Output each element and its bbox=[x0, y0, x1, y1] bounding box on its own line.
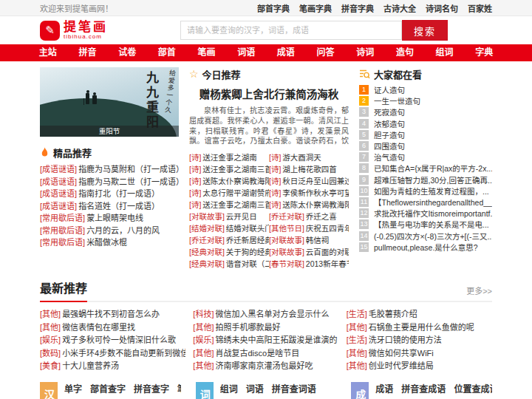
site-logo[interactable]: ✎ 提笔画 tibihua.com bbox=[40, 21, 108, 41]
hot-link[interactable]: 【Theflowersinthegardenallthed__... bbox=[374, 197, 492, 208]
tab[interactable]: 成语 bbox=[375, 382, 393, 395]
tab[interactable]: 词语 bbox=[246, 382, 264, 395]
topbar-link[interactable]: 部首字典 bbox=[257, 2, 290, 14]
latest-item[interactable]: 数码小米手环4步数不能自动更新到微信 bbox=[40, 347, 185, 361]
today-item[interactable]: 诗送汪金事之湖南 bbox=[189, 151, 269, 163]
tab[interactable]: 拼音查成语 bbox=[401, 382, 446, 395]
premium-item[interactable]: 成语谜语指鹿为马欺二世（打一成语） bbox=[40, 176, 179, 188]
latest-item[interactable]: 美食十大儿童营养汤 bbox=[40, 360, 185, 373]
latest-item[interactable]: 其他微信表情包在哪里找 bbox=[40, 321, 185, 335]
latest-item[interactable]: 其他肖战复古disco是啥节目 bbox=[193, 347, 338, 361]
today-item[interactable]: 对联故事云百面的对联乐 bbox=[269, 246, 349, 258]
more-link[interactable]: 更多>> bbox=[466, 284, 492, 296]
latest-item[interactable]: 生活毛胶薯蓣介绍 bbox=[347, 308, 492, 321]
featured-article-title[interactable]: 赠杨紫卿上舍北行兼简汤海秋 bbox=[189, 86, 349, 101]
tab[interactable]: 拼音查字 bbox=[134, 382, 169, 395]
hot-link[interactable]: 浓郁造句 bbox=[374, 118, 405, 129]
latest-item[interactable]: 其他创业时代罗维结局 bbox=[347, 360, 492, 373]
nav-item[interactable]: 主站 bbox=[28, 44, 68, 61]
tab[interactable]: 单字 bbox=[64, 382, 82, 395]
today-item[interactable]: 诗游大酉洞天 bbox=[269, 151, 349, 163]
today-item[interactable]: 诗送陈太仆察谒教海阳二首 bbox=[189, 175, 269, 187]
latest-item[interactable]: 娱乐戏子多秋可怜一处情深旧什么歌 bbox=[40, 334, 185, 347]
today-item[interactable]: 诗送陈太仆察谒教海阳二首 bbox=[269, 199, 349, 211]
item-text: 指南打北（打一成语） bbox=[78, 189, 160, 198]
rank-badge: 7 bbox=[359, 152, 369, 162]
hot-link[interactable]: 求批改托福作文Itismoreimportantf... bbox=[374, 208, 492, 219]
search-button[interactable]: 搜索 bbox=[402, 20, 448, 41]
nav-item[interactable]: 拼音 bbox=[68, 44, 108, 61]
today-item[interactable]: 乔迁对联乔迁之喜 bbox=[269, 211, 349, 222]
premium-item[interactable]: 成语谜语指鹿为马莫附和（打一成语） bbox=[40, 163, 179, 176]
nav-item[interactable]: 笔画 bbox=[187, 44, 227, 61]
nav-item[interactable]: 试卷 bbox=[107, 44, 147, 61]
today-item[interactable]: 春节对联2013新年春节对联通 bbox=[269, 258, 349, 270]
hot-link[interactable]: 【热量与电功率的关系是不是电... bbox=[374, 219, 489, 230]
hot-link[interactable]: 一生一世造句 bbox=[374, 95, 420, 106]
hot-link[interactable]: 如图为青蛙的生殖发育过程图，... bbox=[374, 185, 489, 197]
hot-link[interactable]: 已知集合A={x属于R|ax的平方-2x... bbox=[374, 163, 492, 174]
latest-item[interactable]: 其他最强蜗牛找不到初音怎么办 bbox=[40, 308, 185, 321]
hot-link[interactable]: 死寂造句 bbox=[374, 106, 405, 117]
topbar-link[interactable]: 百家姓 bbox=[468, 2, 492, 14]
premium-item[interactable]: 成语谜语指名道姓（打一成语） bbox=[40, 200, 179, 213]
nav-item[interactable]: 字典 bbox=[464, 44, 504, 61]
nav-item[interactable]: 成语 bbox=[266, 44, 306, 61]
latest-item[interactable]: 其他拍照手机哪款最好 bbox=[193, 321, 338, 335]
today-item[interactable]: 诗送汪金事之湖南三首 其三 bbox=[189, 163, 269, 175]
tab[interactable]: 拼音查词语 bbox=[272, 382, 316, 395]
latest-item[interactable]: 其他微信如何共享WiFi bbox=[347, 347, 492, 361]
topbar-link[interactable]: 拼音字典 bbox=[341, 2, 374, 14]
premium-item[interactable]: 常用歇后语蒙上眼睛架电线 bbox=[40, 212, 179, 225]
today-item[interactable]: 对联故事云开见日 bbox=[189, 211, 269, 222]
figure-art bbox=[86, 93, 89, 104]
today-item[interactable]: 诗秋日泛舟至山园兼过法院次 bbox=[269, 175, 349, 187]
latest-item[interactable]: 娱乐锦绣未央中高阳王拓跋浚是谁演的 bbox=[193, 334, 338, 347]
item-tag: 诗 bbox=[189, 153, 201, 162]
tab[interactable]: 笔画查字 bbox=[177, 382, 181, 395]
hero-banner[interactable]: 九九重阳 给爱多一个久 重阳节 bbox=[40, 67, 179, 137]
today-item[interactable]: 乔迁对联乔迁新居经典对联节 bbox=[189, 234, 269, 246]
today-item[interactable]: 对联故事韩信祠 bbox=[269, 234, 349, 246]
item-text: 拍照手机哪款最好 bbox=[215, 323, 280, 332]
hot-link[interactable]: 证人造句 bbox=[374, 84, 405, 95]
tab[interactable]: 位置查成语 bbox=[454, 382, 492, 395]
hot-link[interactable]: 治气造句 bbox=[374, 151, 405, 163]
hot-link[interactable]: pullmeout,please.是什么意思? bbox=[374, 242, 478, 253]
chengyu-tabs: 成语拼音查成语位置查成语 bbox=[375, 382, 492, 399]
premium-item[interactable]: 常用歇后语米醋做冰棍 bbox=[40, 236, 179, 249]
hot-link[interactable]: 超难压轴智力题,30分,回答正确再... bbox=[374, 174, 492, 185]
premium-item[interactable]: 常用歇后语六月的云，八月的风 bbox=[40, 225, 179, 237]
search-input[interactable] bbox=[180, 21, 402, 40]
today-item[interactable]: 其他节日庆祝五四青年节对联 bbox=[269, 222, 349, 234]
item-text: 送陈太仆察谒教海阳二首 bbox=[282, 200, 349, 209]
today-item[interactable]: 诗太息行赠平湖谢赞府 bbox=[189, 187, 269, 199]
nav-item[interactable]: 问答 bbox=[306, 44, 346, 61]
hot-link[interactable]: 胆子造句 bbox=[374, 129, 405, 140]
nav-item[interactable]: 诗词 bbox=[345, 44, 385, 61]
nav-item[interactable]: 部首 bbox=[147, 44, 187, 61]
nav-item[interactable]: 造句 bbox=[385, 44, 425, 61]
latest-item[interactable]: 生活洗牙口镜的使用方法 bbox=[347, 334, 492, 347]
today-item[interactable]: 诗湖上梅花歌四首 bbox=[269, 163, 349, 175]
nav-item[interactable]: 词语 bbox=[226, 44, 266, 61]
hot-link[interactable]: (-0.25)四次方×(-8)三次方+[(-三又... bbox=[374, 231, 492, 242]
latest-item[interactable]: 科技微信加入黑名单对方会显示什么 bbox=[193, 308, 338, 321]
tab[interactable]: 组词 bbox=[220, 382, 238, 395]
premium-item[interactable]: 成语谜语指南打北（打一成语） bbox=[40, 188, 179, 200]
premium-title: 精品推荐 bbox=[53, 146, 92, 160]
topbar-link[interactable]: 古诗大全 bbox=[383, 2, 416, 14]
today-item[interactable]: 诗送汪金事之湖南三首 其一 bbox=[189, 199, 269, 211]
topbar-link[interactable]: 笔画字典 bbox=[299, 2, 332, 14]
topbar-link[interactable]: 诗词名句 bbox=[426, 2, 458, 14]
latest-item[interactable]: 其他石锅鱼主要是用什么鱼做的呢 bbox=[347, 321, 492, 335]
ciyu-panel: 词语字 组词词语拼音查词语 搜索 大家都在找的组词 鞭笞青笞笞笞唾笞笞长笞 bbox=[196, 382, 337, 399]
today-item[interactable]: 经典对联谐音对联（二） bbox=[189, 258, 269, 270]
hot-link[interactable]: 四围造句 bbox=[374, 140, 405, 151]
latest-item[interactable]: 其他济南哪家南京灌汤包最好吃 bbox=[193, 360, 338, 373]
today-item[interactable]: 诗李侯新作秋水亭可望松萝诸 bbox=[269, 187, 349, 199]
tab[interactable]: 部首查字 bbox=[90, 382, 126, 395]
today-item[interactable]: 经典对联关于狗的经典对联 bbox=[189, 246, 269, 258]
today-item[interactable]: 结婚对联结婚对联头门用联 bbox=[189, 222, 269, 234]
nav-item[interactable]: 组词 bbox=[425, 44, 465, 61]
